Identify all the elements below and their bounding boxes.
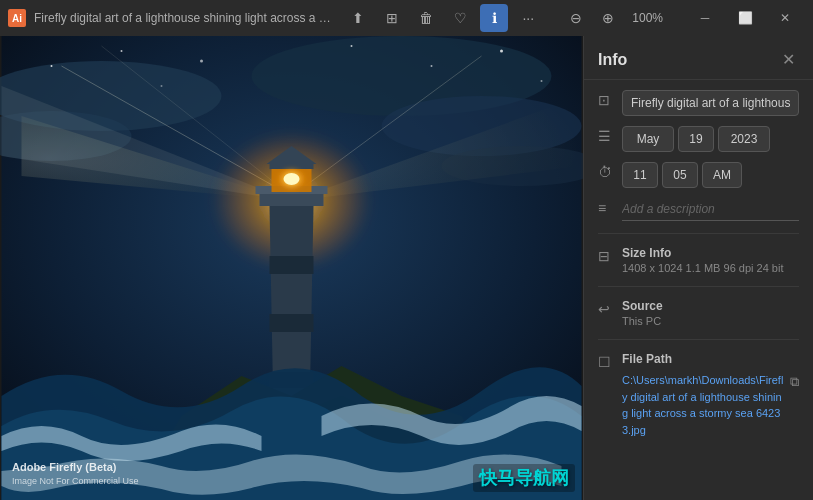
svg-point-29 (121, 50, 123, 52)
main-layout: Adobe Firefly (Beta) Image Not For Comme… (0, 36, 813, 500)
svg-point-34 (541, 80, 543, 82)
info-panel-header: Info ✕ (584, 36, 813, 80)
filename-icon: ⊡ (598, 92, 614, 108)
file-path-content: C:\Users\markh\Downloads\Firefly digital… (622, 372, 799, 438)
svg-point-28 (51, 65, 53, 67)
file-path-label: File Path (622, 352, 799, 366)
info-panel-title: Info (598, 51, 627, 69)
image-area: Adobe Firefly (Beta) Image Not For Comme… (0, 36, 583, 500)
description-icon: ≡ (598, 200, 614, 216)
calendar-icon: ☰ (598, 128, 614, 144)
info-panel-content: ⊡ ☰ ⏱ (584, 80, 813, 448)
date-day-input[interactable] (678, 126, 714, 152)
size-icon: ⊟ (598, 248, 614, 264)
svg-point-30 (200, 60, 203, 63)
source-label: Source (622, 299, 663, 313)
time-minute-input[interactable] (662, 162, 698, 188)
file-path-value: C:\Users\markh\Downloads\Firefly digital… (622, 372, 786, 438)
svg-point-33 (500, 50, 503, 53)
size-info-value: 1408 x 1024 1.1 MB 96 dpi 24 bit (622, 262, 783, 274)
size-info-label: Size Info (622, 246, 783, 260)
divider-3 (598, 339, 799, 340)
info-panel: Info ✕ ⊡ ☰ (583, 36, 813, 500)
toolbar: ⬆ ⊞ 🗑 ♡ ℹ ··· (344, 4, 542, 32)
zoom-controls: ⊖ ⊕ 100% (562, 4, 669, 32)
source-section: Source This PC (622, 299, 663, 327)
lighthouse-illustration (0, 36, 583, 500)
source-row: ↩ Source This PC (598, 299, 799, 327)
description-field-container (622, 198, 799, 221)
time-hour-input[interactable] (622, 162, 658, 188)
size-info-row: ⊟ Size Info 1408 x 1024 1.1 MB 96 dpi 24… (598, 246, 799, 274)
date-month-input[interactable] (622, 126, 674, 152)
info-button[interactable]: ℹ (480, 4, 508, 32)
favorite-button[interactable]: ♡ (446, 4, 474, 32)
description-row: ≡ (598, 198, 799, 221)
zoom-in-button[interactable]: ⊕ (594, 4, 622, 32)
size-info-section: Size Info 1408 x 1024 1.1 MB 96 dpi 24 b… (622, 246, 783, 274)
delete-button[interactable]: 🗑 (412, 4, 440, 32)
share-button[interactable]: ⬆ (344, 4, 372, 32)
layout-button[interactable]: ⊞ (378, 4, 406, 32)
watermark-notice: Image Not For Commercial Use (12, 475, 139, 488)
svg-point-35 (161, 85, 163, 87)
title-bar-text: Firefly digital art of a lighthouse shin… (34, 11, 336, 25)
window-controls: ─ ⬜ ✕ (685, 4, 805, 32)
brand-name: Adobe Firefly (Beta) (12, 460, 139, 475)
quick-nav-overlay: 快马导航网 (473, 464, 575, 492)
file-path-row: ☐ File Path C:\Users\markh\Downloads\Fir… (598, 352, 799, 438)
filename-row: ⊡ (598, 90, 799, 116)
file-path-section: File Path C:\Users\markh\Downloads\Firef… (622, 352, 799, 438)
svg-rect-16 (270, 314, 314, 332)
date-row: ☰ (598, 126, 799, 152)
close-button[interactable]: ✕ (765, 4, 805, 32)
source-icon: ↩ (598, 301, 614, 317)
description-input[interactable] (622, 198, 799, 221)
source-value: This PC (622, 315, 663, 327)
filename-field-container (622, 90, 799, 116)
divider-1 (598, 233, 799, 234)
svg-point-32 (431, 65, 433, 67)
more-button[interactable]: ··· (514, 4, 542, 32)
clock-icon: ⏱ (598, 164, 614, 180)
divider-2 (598, 286, 799, 287)
time-fields (622, 162, 799, 188)
date-fields (622, 126, 799, 152)
time-ampm-input[interactable] (702, 162, 742, 188)
app-icon: Ai (8, 9, 26, 27)
maximize-button[interactable]: ⬜ (725, 4, 765, 32)
minimize-button[interactable]: ─ (685, 4, 725, 32)
date-year-input[interactable] (718, 126, 770, 152)
time-fields-container (622, 162, 799, 188)
info-panel-close[interactable]: ✕ (778, 48, 799, 71)
title-bar: Ai Firefly digital art of a lighthouse s… (0, 0, 813, 36)
time-row: ⏱ (598, 162, 799, 188)
copy-path-icon[interactable]: ⧉ (790, 374, 799, 390)
zoom-out-button[interactable]: ⊖ (562, 4, 590, 32)
svg-rect-15 (270, 256, 314, 274)
watermark: Adobe Firefly (Beta) Image Not For Comme… (12, 460, 139, 488)
svg-point-23 (284, 173, 300, 185)
date-fields-container (622, 126, 799, 152)
folder-icon: ☐ (598, 354, 614, 370)
zoom-level: 100% (626, 9, 669, 27)
svg-point-31 (351, 45, 353, 47)
filename-input[interactable] (622, 90, 799, 116)
